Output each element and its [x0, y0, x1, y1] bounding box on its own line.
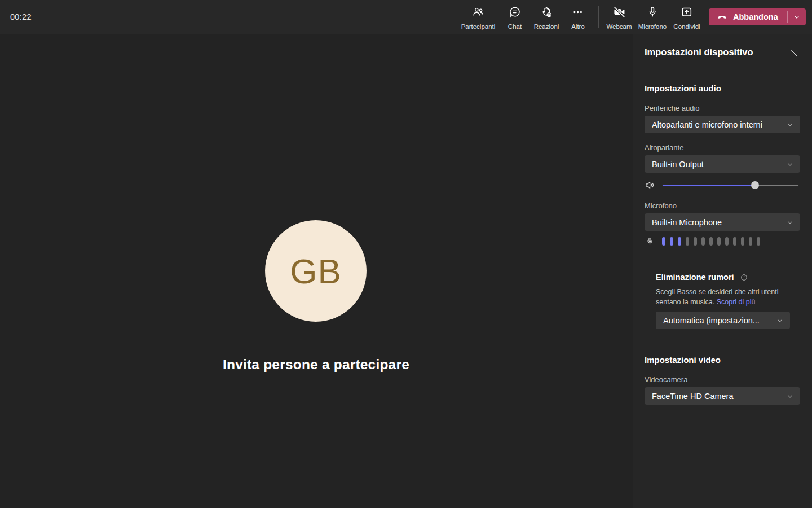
chat-label: Chat	[508, 23, 522, 30]
mic-level-meter	[662, 237, 760, 246]
meeting-timer: 00:22	[10, 12, 32, 21]
info-icon[interactable]	[740, 274, 748, 281]
meter-bar	[678, 237, 681, 246]
camera-select[interactable]: FaceTime HD Camera	[645, 387, 800, 405]
close-icon[interactable]	[787, 46, 801, 60]
leave-button[interactable]: Abbandona	[709, 8, 787, 25]
meter-bar	[694, 237, 697, 246]
microphone-toggle-button[interactable]: Microfono	[636, 4, 669, 31]
share-button[interactable]: Condividi	[671, 4, 702, 31]
chevron-down-icon	[786, 121, 794, 129]
noise-suppression-select[interactable]: Automatica (impostazion...	[656, 312, 790, 329]
reactions-button[interactable]: Reazioni	[532, 4, 562, 31]
chevron-down-icon	[776, 317, 784, 325]
chevron-down-icon	[786, 160, 794, 168]
invite-message: Invita persone a partecipare	[0, 357, 632, 373]
speaker-icon	[645, 179, 656, 191]
noise-suppression-heading: Eliminazione rumori	[656, 273, 734, 282]
webcam-toggle-button[interactable]: Webcam	[604, 4, 634, 31]
panel-title: Impostazioni dispositivo	[645, 47, 753, 58]
more-label: Altro	[571, 23, 585, 30]
device-settings-panel: Impostazioni dispositivo Impostazioni au…	[633, 34, 812, 508]
participants-button[interactable]: Partecipanti	[459, 4, 498, 31]
mic-level-row	[645, 237, 760, 246]
speaker-select[interactable]: Built-in Output	[645, 155, 800, 173]
learn-more-link[interactable]: Scopri di più	[717, 298, 756, 306]
hangup-icon	[716, 10, 728, 24]
participants-icon	[471, 5, 484, 19]
audio-devices-value: Altoparlanti e microfono interni	[652, 120, 762, 129]
microphone-icon	[646, 5, 659, 19]
meter-bar	[701, 237, 705, 246]
meeting-stage: GB Invita persone a partecipare	[0, 34, 632, 508]
noise-suppression-heading-row: Eliminazione rumori	[656, 273, 748, 282]
video-settings-heading: Impostazioni video	[645, 355, 721, 365]
audio-settings-heading: Impostazioni audio	[645, 84, 721, 93]
more-button[interactable]: Altro	[569, 4, 587, 31]
mic-level-icon	[645, 237, 655, 246]
camera-value: FaceTime HD Camera	[652, 392, 734, 401]
chevron-down-icon	[786, 392, 794, 400]
speaker-volume-row	[645, 179, 798, 191]
participants-label: Partecipanti	[461, 23, 496, 30]
more-icon	[572, 5, 585, 19]
meter-bar	[717, 237, 721, 246]
chevron-down-icon	[786, 218, 794, 226]
mic-value: Built-in Microphone	[652, 218, 722, 227]
chat-icon	[508, 5, 521, 19]
audio-devices-select[interactable]: Altoparlanti e microfono interni	[645, 116, 800, 133]
volume-slider[interactable]	[663, 181, 798, 189]
meter-bar	[686, 237, 689, 246]
meter-bar	[662, 237, 665, 246]
meter-bar	[741, 237, 744, 246]
audio-devices-label: Periferiche audio	[645, 104, 700, 112]
microphone-label: Microfono	[638, 23, 667, 30]
volume-slider-thumb[interactable]	[751, 181, 759, 189]
leave-label: Abbandona	[733, 12, 778, 21]
noise-suppression-value: Automatica (impostazion...	[663, 316, 760, 325]
webcam-off-icon	[612, 5, 626, 19]
meter-bar	[757, 237, 760, 246]
leave-options-chevron-icon[interactable]	[788, 8, 806, 25]
reactions-label: Reazioni	[534, 23, 559, 30]
leave-split-button: Abbandona	[709, 8, 806, 25]
meeting-toolbar: 00:22 Partecipanti Chat	[0, 0, 812, 34]
reactions-icon	[540, 5, 553, 19]
meter-bar	[709, 237, 713, 246]
speaker-value: Built-in Output	[652, 160, 704, 169]
meter-bar	[749, 237, 752, 246]
share-label: Condividi	[673, 23, 700, 30]
speaker-label: Altoparlante	[645, 143, 683, 152]
avatar-initials: GB	[290, 251, 342, 291]
meter-bar	[733, 237, 736, 246]
avatar: GB	[265, 220, 367, 322]
mic-select[interactable]: Built-in Microphone	[645, 213, 800, 231]
chat-button[interactable]: Chat	[506, 4, 524, 31]
share-screen-icon	[681, 5, 694, 19]
mic-label: Microfono	[645, 202, 677, 210]
meter-bar	[725, 237, 729, 246]
meeting-window: 00:22 Partecipanti Chat	[0, 0, 812, 508]
meter-bar	[670, 237, 673, 246]
noise-suppression-description: Scegli Basso se desideri che altri utent…	[656, 287, 789, 307]
camera-label: Videocamera	[645, 375, 687, 384]
webcam-label: Webcam	[606, 23, 632, 30]
volume-slider-fill	[663, 185, 755, 186]
toolbar-divider	[598, 6, 599, 28]
